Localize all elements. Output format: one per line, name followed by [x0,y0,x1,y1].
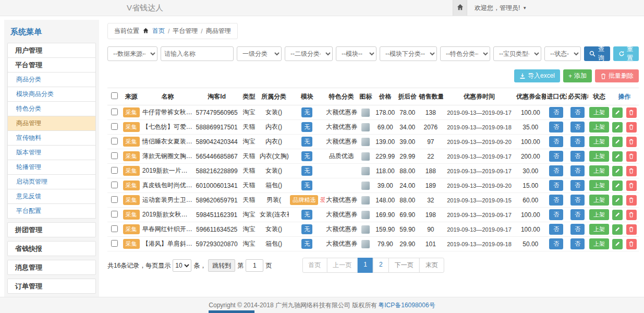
delete-button[interactable] [626,137,637,147]
delete-button[interactable] [626,224,637,235]
sidebar-item-feature-category[interactable]: 特色分类 [7,101,96,116]
breadcrumb-item[interactable]: 首页 [152,27,165,35]
sidebar-item-platform-config[interactable]: 平台配置 [7,203,96,219]
search-button[interactable]: 查询 [584,46,610,61]
must-buy-toggle[interactable]: 否 [570,151,585,162]
import-select-toggle[interactable]: 否 [549,165,563,176]
sidebar-item-feedback[interactable]: 意见反馈 [7,189,96,204]
import-select-toggle[interactable]: 否 [549,107,563,118]
sidebar-item-goods-mgmt[interactable]: 商品管理 [7,116,96,131]
filter-select-module[interactable]: --模块-- [336,46,376,61]
home-button[interactable] [453,0,467,16]
row-checkbox[interactable] [111,109,118,115]
sidebar-item-splash-mgmt[interactable]: 启动页管理 [7,174,96,189]
sidebar-item-order-mgmt[interactable]: 订单管理 [7,279,96,294]
delete-button[interactable] [626,107,637,118]
filter-select-data-source[interactable]: --数据来源-- [107,46,157,61]
status-button[interactable]: 上架 [589,180,609,191]
import-select-toggle[interactable]: 否 [549,180,563,191]
delete-button[interactable] [626,210,637,220]
page-number-input[interactable] [246,259,263,272]
name-search-input[interactable] [161,46,234,61]
must-buy-toggle[interactable]: 否 [570,107,585,118]
edit-button[interactable] [612,122,623,133]
row-checkbox[interactable] [111,167,118,174]
sidebar-item-carousel-mgmt[interactable]: 轮播管理 [7,160,96,175]
edit-button[interactable] [612,107,623,118]
edit-button[interactable] [612,195,623,206]
pagination-last[interactable]: 末页 [419,258,444,273]
import-select-toggle[interactable]: 否 [549,151,563,162]
sidebar-item-user-mgmt[interactable]: 用户管理 [7,43,96,58]
pagination-prev[interactable]: 上一页 [326,258,358,273]
status-button[interactable]: 上架 [589,238,609,249]
filter-select-item-type[interactable]: --宝贝类型-- [493,46,541,61]
status-button[interactable]: 上架 [589,122,609,133]
must-buy-toggle[interactable]: 否 [570,165,585,176]
status-button[interactable]: 上架 [589,107,609,118]
pagination-next[interactable]: 下一页 [388,258,420,273]
sidebar-item-groupbuy-mgmt[interactable]: 拼团管理 [7,222,96,237]
delete-button[interactable] [626,122,637,133]
sidebar-item-platform-mgmt[interactable]: 平台管理 [7,57,96,73]
must-buy-toggle[interactable]: 否 [570,180,585,191]
pagination-page-2[interactable]: 2 [373,258,389,273]
import-select-toggle[interactable]: 否 [549,136,563,147]
status-button[interactable]: 上架 [589,165,609,176]
must-buy-toggle[interactable]: 否 [570,209,585,220]
jump-button[interactable]: 跳转到 [208,259,235,272]
row-checkbox[interactable] [111,152,118,159]
edit-button[interactable] [612,137,623,147]
import-select-toggle[interactable]: 否 [549,238,563,249]
row-checkbox[interactable] [111,196,118,203]
edit-button[interactable] [612,151,623,162]
row-checkbox[interactable] [111,211,118,218]
status-button[interactable]: 上架 [589,151,609,162]
edit-button[interactable] [612,210,623,220]
must-buy-toggle[interactable]: 否 [570,238,585,249]
delete-button[interactable] [626,239,637,249]
edit-button[interactable] [612,180,623,191]
must-buy-toggle[interactable]: 否 [570,136,585,147]
sidebar-item-promo-material[interactable]: 宣传物料 [7,130,96,146]
pagination-first[interactable]: 首页 [302,258,327,273]
sidebar-item-version-mgmt[interactable]: 版本管理 [7,145,96,160]
pagination-page-1[interactable]: 1 [357,258,373,273]
must-buy-toggle[interactable]: 否 [570,195,585,206]
must-buy-toggle[interactable]: 否 [570,122,585,133]
must-buy-toggle[interactable]: 否 [570,224,585,235]
row-checkbox[interactable] [111,225,118,232]
row-checkbox[interactable] [111,240,118,247]
edit-button[interactable] [612,239,623,249]
import-select-toggle[interactable]: 否 [549,195,563,206]
filter-select-category-level1[interactable]: 一级分类 [237,46,282,61]
row-checkbox[interactable] [111,123,118,130]
row-checkbox[interactable] [111,182,118,188]
reset-button[interactable]: 重置 [613,46,639,61]
delete-button[interactable] [626,166,637,176]
edit-button[interactable] [612,166,623,176]
delete-button[interactable] [626,151,637,162]
row-checkbox[interactable] [111,138,118,145]
per-page-select[interactable]: 10 [173,259,191,272]
sidebar-item-goods-category[interactable]: 商品分类 [7,72,96,87]
sidebar-item-message-mgmt[interactable]: 消息管理 [7,260,96,275]
add-button[interactable]: + 添加 [563,69,592,82]
status-button[interactable]: 上架 [589,195,609,206]
batch-delete-button[interactable]: 批量删除 [595,69,639,82]
horizontal-scrollbar-thumb[interactable] [209,310,254,313]
user-menu[interactable]: 欢迎您，管理员! ▼ [475,4,527,13]
delete-button[interactable] [626,195,637,206]
filter-select-feature-category[interactable]: --特色分类-- [440,46,490,61]
status-button[interactable]: 上架 [589,209,609,220]
import-select-toggle[interactable]: 否 [549,209,563,220]
status-button[interactable]: 上架 [589,224,609,235]
import-excel-button[interactable]: 导入excel [514,69,560,82]
delete-button[interactable] [626,180,637,191]
filter-select-status[interactable]: --状态-- [544,46,581,61]
sidebar-item-saving-express[interactable]: 省钱快报 [7,241,96,256]
icp-link[interactable]: 粤ICP备16098006号 [378,301,435,310]
filter-select-module-subcategory[interactable]: --模块下分类-- [380,46,437,61]
sidebar-item-module-goods-category[interactable]: 模块商品分类 [7,87,96,102]
filter-select-category-level2[interactable]: --二级分类-- [285,46,333,61]
